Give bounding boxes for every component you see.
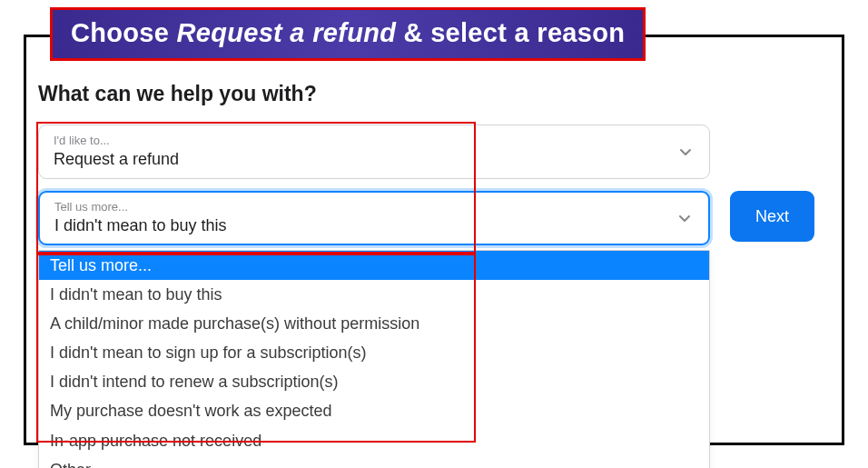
select-reason-value: I didn't mean to buy this xyxy=(54,215,665,236)
instruction-banner: Choose Request a refund & select a reaso… xyxy=(50,7,646,61)
dropdown-option[interactable]: A child/minor made purchase(s) without p… xyxy=(39,309,709,338)
chevron-down-icon xyxy=(677,211,692,225)
select-topic[interactable]: I'd like to... Request a refund xyxy=(38,124,710,179)
select-reason[interactable]: Tell us more... I didn't mean to buy thi… xyxy=(38,191,710,245)
screenshot-root: Choose Request a refund & select a reaso… xyxy=(0,0,868,468)
select-topic-label: I'd like to... xyxy=(54,134,666,148)
dropdown-option[interactable]: I didn't mean to buy this xyxy=(39,280,709,309)
page-title: What can we help you with? xyxy=(38,82,317,106)
dropdown-option[interactable]: Other xyxy=(39,455,709,468)
next-button-label: Next xyxy=(755,207,789,226)
dropdown-option[interactable]: I didn't mean to sign up for a subscript… xyxy=(39,338,709,367)
banner-italic: Request a refund xyxy=(177,18,397,47)
dropdown-option[interactable]: I didn't intend to renew a subscription(… xyxy=(39,367,709,396)
banner-post: & select a reason xyxy=(396,18,625,47)
banner-pre: Choose xyxy=(71,18,177,47)
dropdown-option[interactable]: My purchase doesn't work as expected xyxy=(39,396,709,425)
reason-dropdown[interactable]: Tell us more... I didn't mean to buy thi… xyxy=(38,250,710,468)
dropdown-placeholder[interactable]: Tell us more... xyxy=(39,251,709,280)
chevron-down-icon xyxy=(678,144,693,159)
next-button[interactable]: Next xyxy=(730,191,814,242)
select-topic-value: Request a refund xyxy=(54,149,666,170)
select-reason-label: Tell us more... xyxy=(54,200,665,214)
dropdown-option[interactable]: In-app purchase not received xyxy=(39,426,709,455)
instruction-text: Choose Request a refund & select a reaso… xyxy=(71,18,625,47)
